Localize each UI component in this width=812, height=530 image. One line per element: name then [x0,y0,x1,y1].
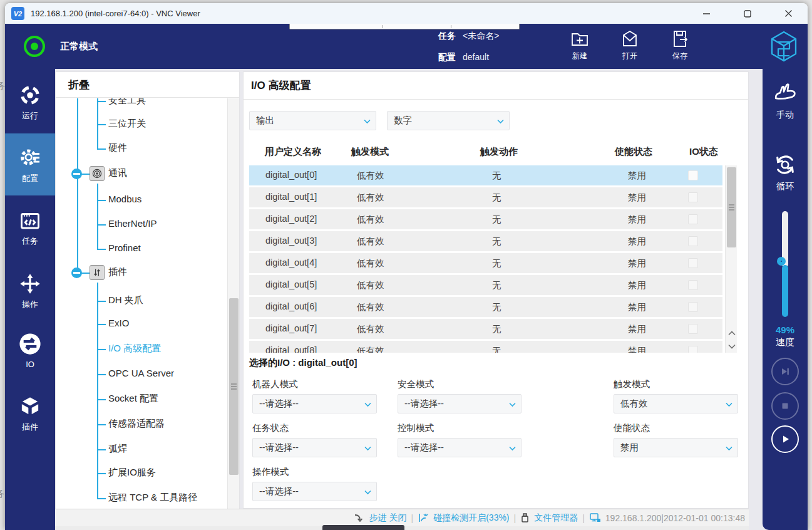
manual-mode-button[interactable]: 手动 [763,80,808,121]
table-scrollbar-thumb[interactable] [727,167,736,247]
file-manager-link[interactable]: 文件管理器 [534,512,578,524]
enable-state-select[interactable]: 禁用 [614,438,738,457]
io-state-checkbox[interactable] [688,258,698,268]
tree-line [97,101,106,102]
table-row[interactable]: digital_out[1] 低有效 无 禁用 [249,187,722,207]
table-scroll-down-button[interactable] [726,340,737,353]
collapse-toggle-comm[interactable] [71,169,82,179]
minimize-button[interactable] [692,3,721,24]
close-button[interactable] [774,3,803,24]
tree-item[interactable]: 硬件 [108,142,127,154]
task-status-select[interactable]: --请选择-- [252,438,377,457]
speed-slider-thumb[interactable] [777,257,786,266]
io-direction-select[interactable]: 输出 [249,111,376,130]
table-scroll-up-button[interactable] [726,326,737,340]
tree-item[interactable]: Profinet [108,242,141,253]
sidebar-task-label: 任务 [22,236,38,247]
new-task-button[interactable]: 新建 [561,29,599,65]
tree-item[interactable]: ExIO [108,318,129,328]
tree-item[interactable]: 三位开关 [108,118,146,130]
io-state-checkbox[interactable] [688,214,698,224]
sidebar-item-run[interactable]: 运行 [5,84,55,122]
collision-status-text[interactable]: 碰撞检测开启(33%) [433,512,509,524]
maximize-button[interactable] [733,3,762,24]
table-row[interactable]: digital_out[5] 低有效 无 禁用 [249,275,722,295]
io-state-checkbox[interactable] [688,236,698,246]
tree-item[interactable]: 扩展IO服务 [108,467,156,479]
speed-slider-track-lower[interactable] [782,265,788,317]
io-state-checkbox[interactable] [688,346,698,353]
io-direction-value: 输出 [256,115,274,125]
io-type-value: 数字 [394,115,412,125]
separator: | [411,513,414,523]
plugin-sliders-icon [90,265,105,280]
tree-collapse-header[interactable]: 折叠 [56,72,239,98]
step-icon [779,366,791,377]
sidebar-config-label: 配置 [22,173,38,184]
field-label: 安全模式 [398,378,434,390]
robot-mode-value: --请选择-- [259,398,299,408]
tree-item[interactable]: 安全工具 [108,98,146,107]
trigger-mode-select[interactable]: 低有效 [614,394,738,413]
sidebar-run-label: 运行 [22,110,38,122]
sidebar-io-label: IO [26,360,34,369]
table-row[interactable]: digital_out[8] 低有效 无 禁用 [249,341,722,353]
cell-enable: 禁用 [628,170,646,182]
tree-line [97,324,106,325]
control-mode-select[interactable]: --请选择-- [398,438,522,457]
tree-item[interactable]: 传感器适配器 [108,418,165,430]
operate-mode-select[interactable]: --请选择-- [252,482,377,501]
io-state-checkbox[interactable] [688,170,698,180]
table-row[interactable]: digital_out[3] 低有效 无 禁用 [249,231,722,251]
tree-item[interactable]: 弧焊 [108,443,127,455]
io-state-checkbox[interactable] [688,324,698,334]
task-label: 任务 [438,31,456,42]
step-status-text[interactable]: 步进 关闭 [369,512,407,524]
table-row[interactable]: digital_out[6] 低有效 无 禁用 [249,297,722,317]
step-button[interactable] [771,358,799,385]
chevron-down-icon [509,446,516,451]
cell-name: digital_out[7] [265,323,317,333]
table-row[interactable]: digital_out[0] 低有效 无 禁用 [249,165,722,185]
vnc-toolbar-tab[interactable] [289,24,520,29]
io-table: digital_out[0] 低有效 无 禁用 digital_out[1] 低… [249,165,722,353]
tree-item[interactable]: Socket 配置 [108,393,158,405]
tree-item[interactable]: 远程 TCP & 工具路径 [108,492,197,504]
collapse-toggle-plugin[interactable] [71,268,82,278]
tree-scrollbar[interactable] [227,98,239,530]
table-scrollbar[interactable] [725,165,737,353]
tree-item-selected[interactable]: I/O 高级配置 [108,343,161,355]
sidebar-item-config[interactable]: 配置 [5,133,55,195]
tree-item[interactable]: EtherNet/IP [108,218,157,229]
tree-line [97,498,106,499]
sidebar-item-plugin[interactable]: 插件 [5,394,55,433]
tree-item[interactable]: DH 夹爪 [108,294,143,306]
step-status-icon [354,513,365,523]
io-state-checkbox[interactable] [688,302,698,312]
tree-item[interactable]: Modbus [108,194,141,204]
background-window-text: 务 [0,80,5,92]
io-state-checkbox[interactable] [688,192,698,202]
sidebar-item-operate[interactable]: 操作 [5,273,55,310]
safety-mode-select[interactable]: --请选择-- [398,394,522,413]
io-state-checkbox[interactable] [688,280,698,290]
stop-button[interactable] [771,392,799,420]
play-button[interactable] [771,425,799,453]
save-button[interactable]: 保存 [661,29,699,65]
chevron-down-icon [497,119,504,124]
tree-item[interactable]: 通讯 [108,167,127,179]
tree-scrollbar-thumb[interactable] [229,298,239,475]
tree-item[interactable]: OPC UA Server [108,368,174,378]
desktop: 务 务 V2 192.168.1.200 (intel-corei7-64:0)… [0,0,812,530]
robot-mode-select[interactable]: --请选择-- [252,394,377,413]
io-type-select[interactable]: 数字 [387,111,510,130]
sidebar-item-io[interactable]: IO [5,332,55,369]
table-row[interactable]: digital_out[7] 低有效 无 禁用 [249,319,722,339]
sidebar-item-task[interactable]: 任务 [5,209,55,247]
safety-mode-value: --请选择-- [404,398,444,408]
table-row[interactable]: digital_out[2] 低有效 无 禁用 [249,209,722,229]
table-row[interactable]: digital_out[4] 低有效 无 禁用 [249,253,722,273]
open-button[interactable]: 打开 [611,29,649,65]
tree-item[interactable]: 插件 [108,266,127,278]
cycle-mode-button[interactable]: 循环 [763,152,808,192]
